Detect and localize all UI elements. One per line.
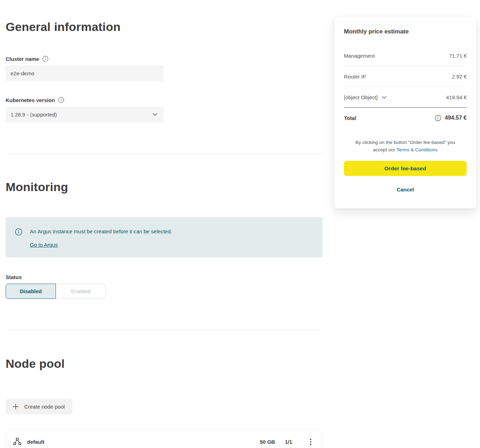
price-row-management: Management 71.71 € <box>344 45 467 66</box>
cluster-name-label-row: Cluster name <box>6 56 49 62</box>
k8s-version-label-row: Kubernetes version <box>6 97 64 103</box>
cluster-name-info-icon[interactable] <box>42 56 49 62</box>
price-row-node-pools: [object Object] 419.94 € <box>344 87 467 108</box>
chevron-down-icon <box>153 113 158 116</box>
price-row-label: Management <box>344 53 375 59</box>
total-info-icon[interactable] <box>435 115 441 121</box>
node-pool-availability: 1/1 <box>285 439 292 445</box>
node-pool-storage: 50 GB <box>260 439 275 445</box>
k8s-version-label: Kubernetes version <box>6 97 55 103</box>
price-total-row: Total 494.57 € <box>344 108 467 128</box>
terms-prefix: accept our <box>373 147 397 152</box>
cluster-name-label: Cluster name <box>6 56 39 62</box>
status-toggle-group: Disabled Enabled <box>6 284 106 299</box>
section-divider <box>6 330 323 330</box>
go-to-argus-link[interactable]: Go to Argus <box>30 242 58 248</box>
price-row-label: [object Object] <box>344 94 378 100</box>
plus-icon <box>12 403 19 410</box>
section-divider <box>6 153 323 154</box>
alert-message: An Argus instance must be created before… <box>30 228 172 234</box>
k8s-version-info-icon[interactable] <box>58 97 64 103</box>
status-option-disabled[interactable]: Disabled <box>6 284 56 299</box>
order-fee-based-button[interactable]: Order fee-based <box>344 161 467 176</box>
argus-info-alert: An Argus instance must be created before… <box>6 217 322 257</box>
price-row-value: 419.94 € <box>446 94 467 100</box>
terms-text: By clicking on the button "Order fee-bas… <box>344 139 467 153</box>
k8s-version-select[interactable]: 1.28.9 - (supported) <box>6 107 164 122</box>
price-card-title: Monthly price estimate <box>344 28 467 35</box>
total-value: 494.57 € <box>445 115 467 121</box>
price-rows: Management 71.71 € Router IP 2.92 € [obj… <box>344 45 467 128</box>
create-node-pool-label: Create node pool <box>24 404 65 410</box>
terms-and-conditions-link[interactable]: Terms & Conditions <box>396 147 437 152</box>
status-label: Status <box>6 274 22 280</box>
k8s-version-selected-value: 1.28.9 - (supported) <box>11 112 57 118</box>
node-pool-icon <box>13 437 22 446</box>
node-pool-kebab-menu-button[interactable] <box>308 437 313 447</box>
monitoring-title: Monitoring <box>6 180 68 194</box>
chevron-down-icon[interactable] <box>382 96 386 99</box>
node-pool-row[interactable]: default 50 GB 1/1 <box>6 429 322 448</box>
node-pool-title: Node pool <box>6 357 65 371</box>
cancel-button[interactable]: Cancel <box>344 187 467 193</box>
price-row-value: 2.92 € <box>452 74 467 80</box>
price-row-value: 71.71 € <box>449 53 467 59</box>
status-option-enabled[interactable]: Enabled <box>56 284 106 299</box>
total-label: Total <box>344 115 356 121</box>
node-pool-name: default <box>27 439 44 445</box>
general-information-title: General information <box>6 20 121 34</box>
price-row-label: Router IP <box>344 74 366 80</box>
alert-info-icon <box>15 228 23 257</box>
cluster-name-input[interactable] <box>6 65 164 81</box>
create-node-pool-button[interactable]: Create node pool <box>6 399 72 414</box>
monthly-price-estimate-card: Monthly price estimate Management 71.71 … <box>334 18 476 208</box>
price-row-router-ip: Router IP 2.92 € <box>344 66 467 87</box>
terms-line1: By clicking on the button "Order fee-bas… <box>356 140 455 145</box>
